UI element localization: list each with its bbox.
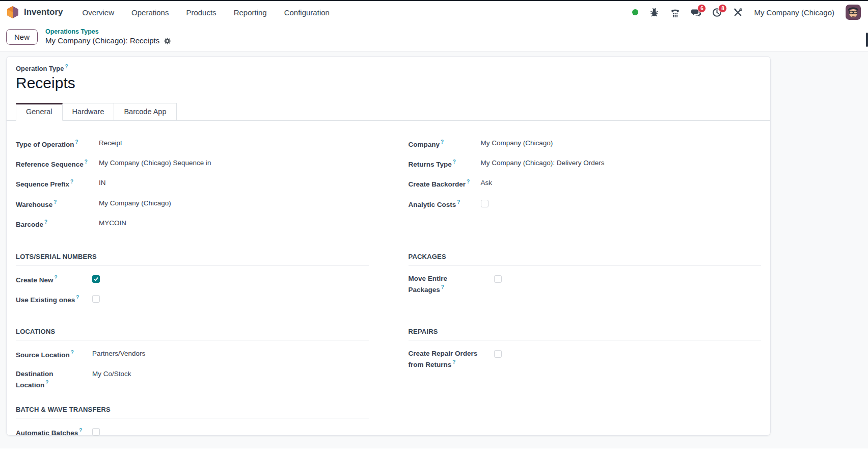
help-icon[interactable]: ? (467, 179, 470, 184)
online-status-icon (632, 9, 638, 15)
bug-icon[interactable] (649, 8, 659, 17)
field-value[interactable]: My Company (Chicago): Delivery Orders (481, 158, 605, 168)
menu-overview[interactable]: Overview (83, 8, 115, 17)
tab-barcode-app[interactable]: Barcode App (114, 103, 176, 121)
field-value[interactable]: My Company (Chicago) (99, 199, 171, 208)
section-lots-serial-numbers: LOTS/SERIAL NUMBERS Create New? Use Exis… (16, 253, 369, 310)
company-switcher[interactable]: My Company (Chicago) (754, 8, 834, 17)
help-icon[interactable]: ? (79, 428, 82, 433)
form-card: Operation Type? Receipts General Hardwar… (6, 56, 771, 436)
voip-phone-icon[interactable] (670, 8, 680, 17)
help-icon[interactable]: ? (76, 295, 79, 300)
field-type-of-operation: Type of Operation? Receipt (16, 134, 369, 154)
help-icon[interactable]: ? (45, 380, 48, 385)
field-value[interactable]: Receipt (99, 139, 122, 148)
field-label: Reference Sequence (16, 161, 84, 168)
create-new-checkbox[interactable] (92, 275, 100, 283)
field-barcode: Barcode? MYCOIN (16, 214, 369, 234)
new-button[interactable]: New (6, 29, 38, 45)
main-content: Operation Type? Receipts General Hardwar… (0, 51, 868, 448)
top-navbar: Inventory Overview Operations Products R… (0, 1, 868, 23)
field-label: Analytic Costs (409, 200, 456, 208)
field-value[interactable]: My Company (Chicago) (481, 139, 553, 148)
field-analytic-costs: Analytic Costs? (409, 194, 762, 214)
messages-icon[interactable]: 6 (691, 8, 701, 17)
menu-configuration[interactable]: Configuration (284, 8, 330, 17)
operation-type-label-text: Operation Type (16, 65, 64, 73)
field-label: Create Backorder (409, 180, 466, 188)
section-title: REPAIRS (409, 328, 762, 340)
field-label: Create Repair Orders from Returns (409, 350, 478, 368)
help-icon[interactable]: ? (441, 139, 444, 145)
help-icon[interactable]: ? (70, 179, 73, 184)
breadcrumb-bar: New Operations Types My Company (Chicago… (0, 23, 868, 51)
section-title: BATCH & WAVE TRANSFERS (16, 406, 369, 418)
field-create-new: Create New? (16, 270, 369, 289)
field-sequence-prefix: Sequence Prefix? IN (16, 174, 369, 194)
help-icon[interactable]: ? (457, 199, 460, 205)
page-title[interactable]: Receipts (16, 74, 761, 92)
inventory-app-icon[interactable] (6, 6, 19, 19)
help-icon[interactable]: ? (453, 159, 456, 165)
field-warehouse: Warehouse? My Company (Chicago) (16, 194, 369, 214)
analytic-costs-checkbox[interactable] (481, 200, 489, 207)
field-label: Company (409, 140, 440, 148)
help-icon[interactable]: ? (55, 275, 58, 280)
field-label: Move Entire Packages (409, 275, 448, 293)
left-field-column: Type of Operation? Receipt Reference Seq… (16, 134, 369, 234)
help-icon[interactable]: ? (441, 284, 444, 290)
field-label: Returns Type (409, 161, 452, 168)
app-name[interactable]: Inventory (24, 7, 63, 17)
field-label: Barcode (16, 221, 43, 228)
section-title: LOTS/SERIAL NUMBERS (16, 253, 369, 266)
menu-products[interactable]: Products (186, 8, 216, 17)
right-field-column: Company? My Company (Chicago) Returns Ty… (409, 134, 762, 234)
menu-reporting[interactable]: Reporting (234, 8, 267, 17)
help-icon[interactable]: ? (75, 139, 78, 145)
tab-general[interactable]: General (16, 103, 63, 121)
field-value[interactable]: MYCOIN (99, 219, 126, 228)
field-returns-type: Returns Type? My Company (Chicago): Deli… (409, 154, 762, 174)
field-value[interactable]: Partners/Vendors (92, 349, 145, 359)
use-existing-checkbox[interactable] (92, 295, 100, 303)
section-packages: PACKAGES Move Entire Packages? (409, 253, 762, 310)
tools-icon[interactable] (733, 8, 743, 17)
field-use-existing-ones: Use Existing ones? (16, 289, 369, 309)
help-icon[interactable]: ? (452, 359, 455, 365)
scrollbar-thumb[interactable] (866, 33, 868, 47)
top-menu: Overview Operations Products Reporting C… (83, 8, 330, 17)
field-label: Automatic Batches (16, 429, 78, 437)
field-company: Company? My Company (Chicago) (409, 134, 762, 154)
field-move-entire-packages: Move Entire Packages? (409, 270, 762, 299)
help-icon[interactable]: ? (53, 199, 57, 205)
tab-hardware[interactable]: Hardware (63, 103, 115, 121)
field-value[interactable]: My Company (Chicago) Sequence in (99, 158, 211, 168)
field-value[interactable]: Ask (481, 178, 493, 188)
breadcrumb-parent-link[interactable]: Operations Types (45, 28, 171, 36)
activities-badge: 8 (718, 4, 727, 13)
breadcrumb-current: My Company (Chicago): Receipts (45, 36, 159, 46)
field-destination-location: Destination Location? My Co/Stock (16, 365, 369, 394)
user-avatar[interactable] (846, 5, 861, 20)
automatic-batches-checkbox[interactable] (92, 428, 100, 436)
section-title: PACKAGES (409, 253, 762, 266)
create-repair-orders-checkbox[interactable] (494, 350, 502, 358)
help-icon[interactable]: ? (44, 219, 47, 225)
gear-icon[interactable] (164, 37, 171, 45)
section-locations: LOCATIONS Source Location? Partners/Vend… (16, 328, 369, 394)
help-icon[interactable]: ? (65, 64, 68, 69)
menu-operations[interactable]: Operations (131, 8, 169, 17)
field-label: Type of Operation (16, 140, 74, 148)
activities-clock-icon[interactable]: 8 (712, 8, 722, 17)
field-label: Create New (16, 276, 53, 283)
field-create-repair-orders: Create Repair Orders from Returns? (409, 344, 762, 374)
field-value[interactable]: My Co/Stock (92, 369, 131, 379)
help-icon[interactable]: ? (71, 350, 74, 355)
messages-badge: 6 (697, 4, 706, 13)
section-batch-wave-transfers: BATCH & WAVE TRANSFERS Automatic Batches… (16, 406, 369, 442)
field-automatic-batches: Automatic Batches? (16, 422, 369, 442)
help-icon[interactable]: ? (85, 159, 88, 165)
move-entire-packages-checkbox[interactable] (494, 275, 502, 283)
field-value[interactable]: IN (99, 178, 106, 188)
field-label: Use Existing ones (16, 296, 75, 304)
